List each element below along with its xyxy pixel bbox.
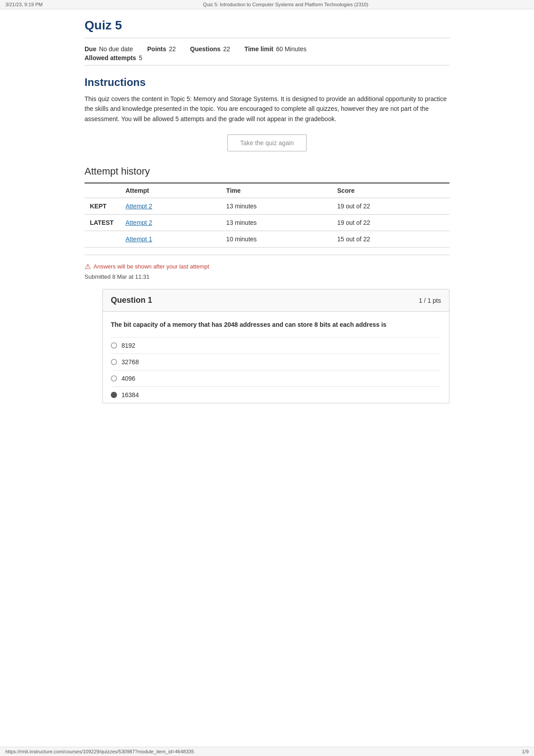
col-attempt: Attempt	[120, 183, 221, 198]
attempt-link[interactable]: Attempt 1	[125, 236, 152, 243]
attempt-history-table: Attempt Time Score KEPTAttempt 213 minut…	[85, 183, 449, 248]
questions-value: 22	[223, 45, 231, 53]
col-time: Time	[221, 183, 332, 198]
row-score: 19 out of 22	[332, 198, 449, 215]
allowed-attempts-value: 5	[139, 54, 142, 61]
question-1-options: 819232768409616384	[111, 337, 441, 403]
meta-time-limit: Time limit 60 Minutes	[244, 45, 307, 53]
meta-points: Points 22	[147, 45, 176, 53]
row-score: 19 out of 22	[332, 215, 449, 231]
title-divider	[85, 38, 449, 38]
due-value: No due date	[99, 45, 133, 53]
question-1-pts: 1 / 1 pts	[419, 297, 441, 304]
page-container: Quiz 5 Due No due date Points 22 Questio…	[67, 9, 467, 430]
table-bottom-divider	[85, 255, 449, 255]
instructions-title: Instructions	[85, 76, 449, 89]
option-label: 8192	[121, 342, 135, 349]
radio-circle	[111, 342, 117, 349]
answer-option[interactable]: 4096	[111, 370, 441, 386]
meta-allowed-attempts: Allowed attempts 5	[85, 54, 142, 61]
question-1-number: Question 1	[111, 296, 152, 305]
option-label: 32768	[121, 358, 139, 366]
browser-bar: 3/21/23, 9:19 PM Quiz 5: Introduction to…	[0, 0, 534, 9]
row-score: 15 out of 22	[332, 231, 449, 248]
question-1-text: The bit capacity of a memory that has 20…	[111, 320, 441, 329]
table-row: KEPTAttempt 213 minutes19 out of 22	[85, 198, 449, 215]
submitted-text: Submitted 8 Mar at 11:31	[85, 273, 449, 280]
option-label: 4096	[121, 375, 135, 382]
due-label: Due	[85, 45, 96, 53]
meta-divider	[85, 65, 449, 65]
row-time: 10 minutes	[221, 231, 332, 248]
quiz-title: Quiz 5	[85, 18, 449, 33]
row-time: 13 minutes	[221, 198, 332, 215]
table-row: LATESTAttempt 213 minutes19 out of 22	[85, 215, 449, 231]
row-time: 13 minutes	[221, 215, 332, 231]
meta-row-2: Allowed attempts 5	[85, 54, 449, 61]
question-1-body: The bit capacity of a memory that has 20…	[103, 312, 449, 402]
points-label: Points	[147, 45, 166, 53]
radio-circle	[111, 359, 117, 365]
answers-notice-text: Answers will be shown after your last at…	[93, 263, 209, 270]
question-1-card: Question 1 1 / 1 pts The bit capacity of…	[102, 289, 449, 403]
question-1-header: Question 1 1 / 1 pts	[103, 289, 449, 312]
questions-label: Questions	[190, 45, 220, 53]
meta-due: Due No due date	[85, 45, 133, 53]
row-label: LATEST	[85, 215, 120, 231]
row-attempt[interactable]: Attempt 1	[120, 231, 221, 248]
row-attempt[interactable]: Attempt 2	[120, 215, 221, 231]
notice-icon: ⚠	[85, 262, 91, 271]
answer-option[interactable]: 8192	[111, 337, 441, 354]
time-limit-label: Time limit	[244, 45, 273, 53]
col-label	[85, 183, 120, 198]
instructions-text: This quiz covers the content in Topic 5:…	[85, 94, 449, 124]
time-limit-value: 60 Minutes	[276, 45, 306, 53]
browser-tab-title: Quiz 5: Introduction to Computer Systems…	[203, 2, 368, 7]
table-row: Attempt 110 minutes15 out of 22	[85, 231, 449, 248]
attempt-link[interactable]: Attempt 2	[125, 203, 152, 210]
browser-timestamp: 3/21/23, 9:19 PM	[5, 2, 43, 7]
radio-circle	[111, 392, 117, 398]
answers-notice: ⚠ Answers will be shown after your last …	[85, 262, 449, 271]
allowed-attempts-label: Allowed attempts	[85, 54, 136, 61]
attempt-link[interactable]: Attempt 2	[125, 219, 152, 226]
option-label: 16384	[121, 391, 139, 398]
answer-option[interactable]: 32768	[111, 354, 441, 370]
points-value: 22	[169, 45, 176, 53]
table-header-row: Attempt Time Score	[85, 183, 449, 198]
row-label: KEPT	[85, 198, 120, 215]
radio-circle	[111, 375, 117, 382]
row-attempt[interactable]: Attempt 2	[120, 198, 221, 215]
answer-option[interactable]: 16384	[111, 386, 441, 403]
meta-row-1: Due No due date Points 22 Questions 22 T…	[85, 45, 449, 53]
meta-questions: Questions 22	[190, 45, 230, 53]
take-quiz-again-button[interactable]: Take the quiz again	[227, 134, 307, 151]
row-label	[85, 231, 120, 248]
attempt-history-title: Attempt history	[85, 166, 449, 177]
col-score: Score	[332, 183, 449, 198]
